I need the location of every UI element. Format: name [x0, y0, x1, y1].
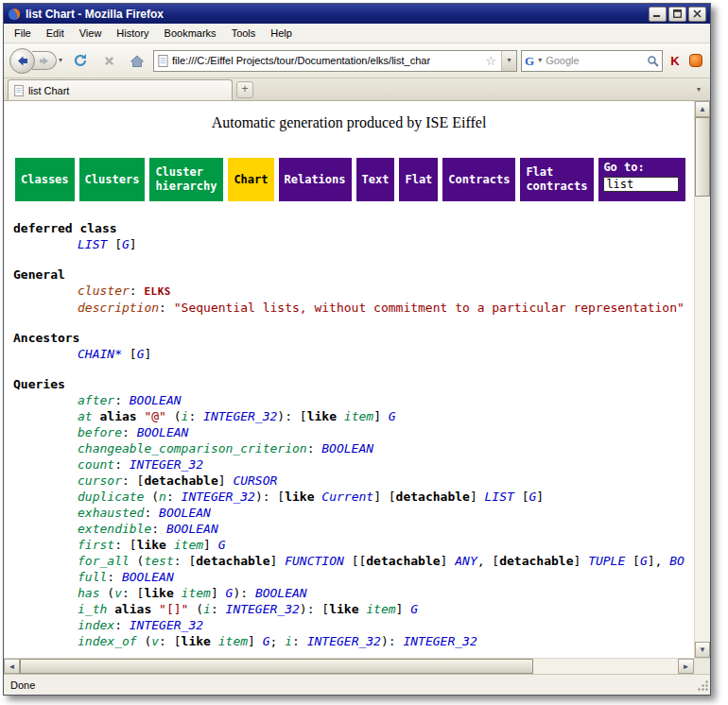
class-link[interactable]: INTEGER_32	[403, 634, 477, 648]
punctuation: ]	[396, 602, 411, 616]
punctuation: :	[151, 522, 166, 536]
class-link[interactable]: INTEGER_32	[226, 602, 300, 616]
status-text: Done	[10, 679, 35, 691]
menu-help[interactable]: Help	[263, 25, 300, 42]
class-link[interactable]: Current	[321, 490, 373, 504]
class-link[interactable]: G	[410, 602, 418, 616]
punctuation: :	[188, 409, 203, 423]
code-line: Ancestors	[13, 330, 694, 346]
nav-button-classes[interactable]: Classes	[15, 158, 75, 201]
class-link[interactable]: CHAIN*	[78, 347, 122, 361]
reload-button[interactable]	[68, 48, 93, 73]
nav-button-text[interactable]: Text	[356, 158, 395, 201]
punctuation: ): [	[277, 409, 306, 423]
class-link[interactable]: LIST	[78, 237, 107, 251]
class-link[interactable]: CURSOR	[233, 473, 277, 488]
class-link[interactable]: ANY	[455, 554, 477, 568]
class-link[interactable]: BOOLEAN	[122, 570, 174, 584]
nav-button-chart[interactable]: Chart	[228, 158, 273, 201]
address-bar[interactable]: ☆ ▾	[153, 50, 517, 72]
punctuation: ]	[218, 473, 234, 488]
menu-view[interactable]: View	[72, 25, 110, 42]
class-link[interactable]: BOOLEAN	[130, 393, 182, 407]
class-link[interactable]: BO	[669, 554, 685, 568]
menu-history[interactable]: History	[109, 25, 156, 42]
class-link[interactable]: BOOLEAN	[159, 506, 211, 520]
nav-button-cluster-hierarchy[interactable]: Cluster hierarchy	[149, 158, 223, 201]
tab-list-chart[interactable]: list Chart	[8, 79, 233, 100]
nav-button-contracts[interactable]: Contracts	[442, 158, 515, 201]
class-link[interactable]: FUNCTION	[285, 554, 344, 568]
goto-input[interactable]	[603, 177, 679, 192]
scroll-up-button[interactable]: ▲	[695, 101, 710, 117]
extension-icon-k[interactable]: K	[667, 48, 684, 73]
class-link[interactable]: G	[218, 538, 226, 552]
scroll-right-button[interactable]: ►	[678, 659, 694, 674]
scroll-left-button[interactable]: ◄	[4, 659, 20, 674]
maximize-button[interactable]	[668, 7, 686, 22]
punctuation: (	[137, 634, 152, 648]
class-link[interactable]: G	[640, 554, 648, 568]
horizontal-scrollbar[interactable]: ◄ ►	[4, 658, 710, 674]
nav-button-relations[interactable]: Relations	[279, 158, 352, 201]
nav-button-flat[interactable]: Flat	[399, 158, 438, 201]
code-line: cluster: ELKS	[13, 283, 694, 300]
magnifier-icon[interactable]	[647, 55, 659, 67]
horizontal-scroll-thumb[interactable]	[20, 659, 533, 674]
url-input[interactable]	[172, 55, 481, 66]
nav-button-flat-contracts[interactable]: Flat contracts	[520, 158, 594, 201]
class-link[interactable]: G	[122, 237, 130, 251]
class-link[interactable]: BOOLEAN	[166, 522, 218, 536]
class-link[interactable]: G	[263, 634, 270, 648]
class-link[interactable]: INTEGER_32	[130, 618, 203, 632]
class-link[interactable]: INTEGER_32	[130, 457, 203, 472]
punctuation: ): [	[255, 490, 285, 504]
punctuation: (	[130, 554, 145, 568]
menu-file[interactable]: File	[7, 25, 39, 42]
search-box[interactable]: G ▾	[521, 50, 663, 72]
nav-button-clusters[interactable]: Clusters	[79, 158, 146, 201]
class-link[interactable]: INTEGER_32	[203, 409, 277, 423]
url-dropdown-button[interactable]: ▾	[501, 51, 516, 71]
keyword: detachable	[196, 554, 269, 568]
code-line: Queries	[13, 376, 694, 392]
history-dropdown-icon[interactable]: ▾	[57, 57, 64, 64]
close-button[interactable]	[688, 7, 706, 22]
menu-bookmarks[interactable]: Bookmarks	[157, 25, 224, 42]
class-link[interactable]: BOOLEAN	[137, 425, 189, 439]
back-button[interactable]	[9, 48, 35, 74]
minimize-button[interactable]	[649, 7, 667, 22]
class-link[interactable]: INTEGER_32	[307, 634, 381, 648]
browser-window: list Chart - Mozilla Firefox FileEditVie…	[3, 3, 711, 696]
class-link[interactable]: G	[389, 409, 396, 423]
stop-button[interactable]	[96, 48, 121, 73]
new-tab-button[interactable]: +	[236, 81, 253, 98]
home-button[interactable]	[125, 48, 149, 73]
search-input[interactable]	[546, 55, 645, 66]
vertical-scroll-thumb[interactable]	[695, 117, 710, 197]
class-link[interactable]: BOOLEAN	[255, 586, 307, 600]
code-line: count: INTEGER_32	[13, 456, 694, 473]
menu-tools[interactable]: Tools	[224, 25, 264, 42]
list-all-tabs-button[interactable]: ▾	[691, 81, 706, 98]
code-line: changeable_comparison_criterion: BOOLEAN	[13, 440, 694, 456]
search-engine-dropdown-icon[interactable]: ▾	[536, 57, 544, 64]
bookmark-star-icon[interactable]: ☆	[485, 55, 497, 67]
class-link[interactable]: INTEGER_32	[182, 490, 255, 504]
code-line: cursor: [detachable] CURSOR	[13, 473, 694, 489]
feature-name: n	[159, 490, 166, 504]
extension-icon-orange[interactable]	[687, 48, 704, 73]
code-line: description: "Sequential lists, without …	[13, 300, 694, 316]
punctuation: ;	[270, 634, 286, 648]
vertical-scroll-track[interactable]	[695, 117, 710, 642]
resize-grip[interactable]	[697, 679, 709, 694]
punctuation: [	[625, 554, 640, 568]
menu-edit[interactable]: Edit	[39, 25, 72, 42]
scroll-down-button[interactable]: ▼	[695, 642, 710, 658]
class-link[interactable]: LIST	[485, 490, 514, 504]
forward-button[interactable]	[32, 51, 57, 70]
class-link[interactable]: BOOLEAN	[321, 441, 373, 456]
horizontal-scroll-track[interactable]	[20, 659, 678, 674]
vertical-scrollbar[interactable]: ▲ ▼	[694, 101, 710, 658]
class-link[interactable]: TUPLE	[588, 554, 625, 568]
